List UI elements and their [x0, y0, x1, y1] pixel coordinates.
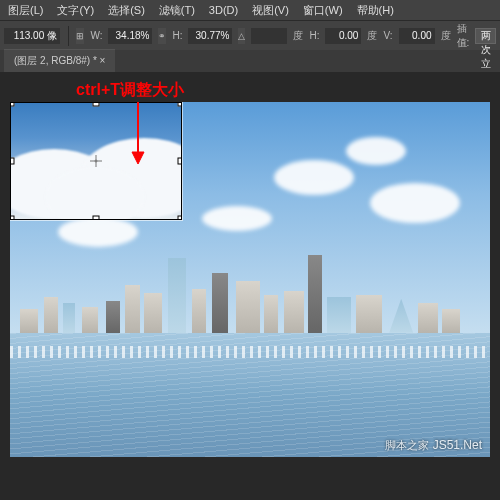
skew-v-label: V:	[383, 30, 392, 41]
link-icon[interactable]: ⚭	[158, 28, 166, 44]
canvas-area: ctrl+T调整大小	[0, 72, 500, 500]
watermark: 脚本之家 JS51.Net	[385, 438, 482, 453]
menu-view[interactable]: 视图(V)	[252, 3, 289, 18]
skyline	[10, 332, 490, 333]
angle-icon: △	[238, 28, 245, 44]
tutorial-annotation: ctrl+T调整大小	[76, 80, 184, 101]
interp-label: 插值:	[457, 22, 470, 50]
document-canvas[interactable]: 脚本之家 JS51.Net	[10, 102, 490, 457]
menu-type[interactable]: 文字(Y)	[57, 3, 94, 18]
menu-help[interactable]: 帮助(H)	[357, 3, 394, 18]
document-tab[interactable]: (图层 2, RGB/8#) * ×	[4, 49, 115, 72]
transform-handle-mr[interactable]	[178, 158, 183, 165]
document-tabs: (图层 2, RGB/8#) * ×	[0, 50, 500, 72]
transform-handle-tl[interactable]	[10, 102, 15, 107]
deg-label-2: 度	[367, 29, 377, 43]
skew-v-input[interactable]	[399, 28, 435, 44]
height-input[interactable]	[188, 28, 232, 44]
transform-handle-br[interactable]	[178, 216, 183, 221]
width-input[interactable]	[108, 28, 152, 44]
deg-label-3: 度	[441, 29, 451, 43]
menu-3d[interactable]: 3D(D)	[209, 4, 238, 16]
reference-point-icon[interactable]: ⊞	[76, 28, 84, 44]
svg-marker-1	[132, 152, 144, 164]
transform-handle-ml[interactable]	[10, 158, 15, 165]
deg-label-1: 度	[293, 29, 303, 43]
free-transform-box[interactable]	[10, 102, 182, 220]
width-label: W:	[90, 30, 102, 41]
transform-handle-tr[interactable]	[178, 102, 183, 107]
rotate-input[interactable]	[251, 28, 287, 44]
transform-handle-bl[interactable]	[10, 216, 15, 221]
transform-handle-tc[interactable]	[93, 102, 100, 107]
main-menu: 图层(L) 文字(Y) 选择(S) 滤镜(T) 3D(D) 视图(V) 窗口(W…	[0, 0, 500, 20]
height-label: H:	[172, 30, 182, 41]
skew-h-input[interactable]	[325, 28, 361, 44]
menu-layer[interactable]: 图层(L)	[8, 3, 43, 18]
options-bar: ⊞ W: ⚭ H: △ 度 H: 度 V: 度 插值: 两次立	[0, 20, 500, 50]
boats	[10, 346, 490, 358]
annotation-arrow	[128, 102, 148, 168]
zoom-input[interactable]	[4, 28, 60, 44]
transform-handle-bc[interactable]	[93, 216, 100, 221]
menu-select[interactable]: 选择(S)	[108, 3, 145, 18]
skew-h-label: H:	[309, 30, 319, 41]
menu-window[interactable]: 窗口(W)	[303, 3, 343, 18]
menu-filter[interactable]: 滤镜(T)	[159, 3, 195, 18]
interpolation-dropdown[interactable]: 两次立	[475, 28, 496, 44]
